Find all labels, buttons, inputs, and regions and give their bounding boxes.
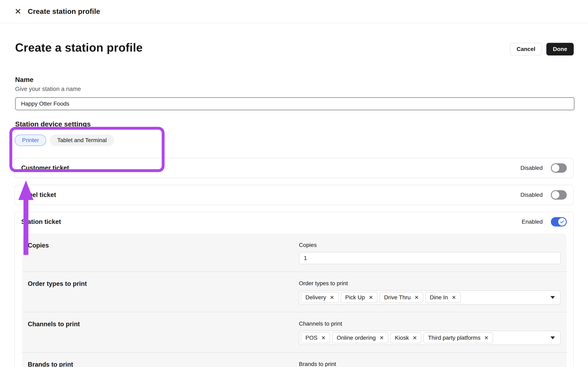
channels-row: Channels to print Channels to print POS✕… [22,312,567,352]
station-ticket-toggle[interactable] [551,217,567,226]
tag-chip[interactable]: POS✕ [301,332,330,343]
customer-ticket-toggle[interactable] [551,163,567,173]
remove-tag-icon[interactable]: ✕ [321,335,326,341]
modal-title: Create station profile [28,7,100,16]
tag-chip[interactable]: Online ordering✕ [332,332,388,343]
cancel-button[interactable]: Cancel [510,43,542,55]
device-type-tabs: Printer Tablet and Terminal [14,134,574,146]
station-ticket-status: Enabled [522,218,543,225]
tag-chip[interactable]: Dine In✕ [425,292,461,303]
copies-input[interactable] [299,252,561,264]
tag-label: Drive Thru [384,294,411,301]
remove-tag-icon[interactable]: ✕ [484,335,489,341]
remove-tag-icon[interactable]: ✕ [414,295,419,300]
station-device-settings-title: Station device settings [14,120,574,128]
remove-tag-icon[interactable]: ✕ [413,335,417,341]
toggle-check-icon [558,218,566,226]
page-title: Create a station profile [14,41,143,54]
tag-label: Kiosk [395,334,409,341]
tag-label: Online ordering [337,334,376,341]
customer-ticket-card: Customer ticket Disabled [14,158,574,178]
channels-multiselect[interactable]: POS✕Online ordering✕Kiosk✕Third party pl… [299,331,561,345]
tag-label: Third party platforms [428,334,480,341]
brands-row: Brands to print Brands to print Ann's Te… [22,352,567,367]
tag-label: Delivery [305,294,326,301]
channels-field-label: Channels to print [299,320,561,327]
tag-chip[interactable]: Kiosk✕ [390,332,421,343]
name-hint: Give your station a name [15,86,574,92]
label-ticket-toggle[interactable] [551,190,567,200]
copies-label: Copies [28,242,299,249]
done-button[interactable]: Done [546,43,574,55]
customer-ticket-status: Disabled [520,165,543,171]
tab-tablet-and-terminal[interactable]: Tablet and Terminal [50,134,114,146]
tag-label: Dine In [430,294,448,301]
label-ticket-title: Label ticket [21,191,56,199]
tag-chip[interactable]: Drive Thru✕ [380,292,423,303]
order-types-multiselect[interactable]: Delivery✕Pick Up✕Drive Thru✕Dine In✕ [299,290,561,305]
name-label: Name [15,76,574,83]
channels-label: Channels to print [28,320,299,328]
copies-row: Copies Copies [22,234,567,272]
dropdown-caret-icon[interactable] [550,336,555,339]
modal-top-bar: ✕ Create station profile [0,0,588,23]
customer-ticket-title: Customer ticket [21,164,69,172]
remove-tag-icon[interactable]: ✕ [330,295,334,300]
close-icon[interactable]: ✕ [12,5,24,17]
brands-field-label: Brands to print [299,361,561,367]
station-ticket-settings-panel: Copies Copies Order types to print Order… [22,234,567,367]
tag-chip[interactable]: Third party platforms✕ [424,332,493,343]
dropdown-caret-icon[interactable] [550,296,555,299]
brands-label: Brands to print [28,361,299,367]
tag-label: Pick Up [345,294,365,301]
remove-tag-icon[interactable]: ✕ [379,335,384,341]
tag-chip[interactable]: Delivery✕ [301,292,339,303]
station-name-input[interactable] [15,97,575,110]
copies-field-label: Copies [299,242,561,248]
remove-tag-icon[interactable]: ✕ [452,295,456,300]
tab-printer[interactable]: Printer [15,134,46,146]
order-types-label: Order types to print [28,280,299,287]
order-types-row: Order types to print Order types to prin… [22,272,567,312]
remove-tag-icon[interactable]: ✕ [369,295,373,300]
order-types-field-label: Order types to print [299,280,561,287]
station-ticket-title: Station ticket [21,218,61,225]
label-ticket-card: Label ticket Disabled [14,185,574,205]
label-ticket-status: Disabled [520,192,543,198]
tag-chip[interactable]: Pick Up✕ [341,292,378,303]
tag-label: POS [305,334,318,341]
station-ticket-card: Station ticket Enabled Copies [14,212,574,367]
